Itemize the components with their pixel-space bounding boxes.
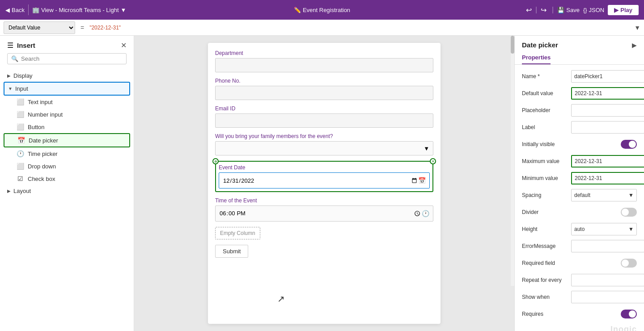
height-value: auto [574,226,585,232]
name-input[interactable] [571,70,644,83]
formula-chevron-icon: ▼ [634,24,640,31]
display-section-header[interactable]: ▶ Display [4,70,130,82]
teams-icon: 🏢 [32,7,39,13]
phone-input[interactable] [215,86,433,100]
top-bar-right: ↩ | ↪ | 💾 Save {} JSON ▶ Play [524,5,639,15]
initially-visible-label: Initially visible [522,141,571,147]
sidebar-item-drop-down[interactable]: ⬜ Drop down [4,160,130,172]
divider-toggle-knob [622,209,629,216]
sidebar-title: Insert [17,42,35,49]
tab-properties[interactable]: Properties [522,51,551,64]
sidebar-section-input: ▼ Input ⬜ Text input ⬜ Number input ⬜ Bu… [0,82,134,185]
check-box-icon: ☑ [16,175,24,183]
repeat-every-input[interactable] [571,274,644,286]
prop-row-name: Name * [522,70,637,83]
panel-title: Date picker [522,41,558,49]
sidebar-section-layout: ▶ Layout [0,185,134,197]
drop-down-icon: ⬜ [16,162,24,170]
curly-icon: {} [583,7,587,13]
input-section-header[interactable]: ▼ Input [4,82,130,96]
required-field-label: Required field [522,260,571,266]
error-message-input[interactable] [571,240,644,252]
prop-row-show-when: Show when [522,291,637,303]
placeholder-input[interactable] [571,104,644,117]
height-select[interactable]: auto ▼ [571,223,637,235]
error-message-label: ErrorMessage [522,243,571,249]
close-button[interactable]: ✕ [121,41,127,50]
required-toggle-knob [622,260,629,267]
spacing-select[interactable]: default ▼ [571,189,637,201]
sidebar-item-date-picker[interactable]: 📅 Date picker [4,133,130,147]
divider [28,4,29,15]
back-button[interactable]: ◀ Back [5,7,25,13]
json-label: JSON [589,7,605,13]
required-field-toggle[interactable] [621,259,637,268]
top-bar-center: ✏️ Event Registration [294,7,350,13]
prop-row-repeat-every: Repeat for every [522,274,637,286]
email-field: Email ID [215,105,433,128]
search-input[interactable] [21,55,123,62]
layout-section-header[interactable]: ▶ Layout [4,185,130,197]
sidebar-item-number-input[interactable]: ⬜ Number input [4,108,130,121]
minimum-value-input[interactable] [571,172,644,184]
placeholder-label: Placeholder [522,107,571,113]
json-button[interactable]: {} JSON [583,7,604,13]
view-button[interactable]: 🏢 View - Microsoft Teams - Light ▼ [32,7,127,13]
family-dropdown[interactable]: ▼ [215,141,433,155]
default-value-input[interactable] [571,87,644,100]
time-field: Time of the Event 🕐 [215,197,433,222]
button-icon: ⬜ [16,123,24,131]
prop-row-divider: Divider [522,206,637,218]
event-date-close-button[interactable]: ✕ [430,158,436,164]
display-chevron-icon: ▶ [7,73,11,78]
sidebar-item-time-picker[interactable]: 🕐 Time picker [4,147,130,160]
spacing-chevron-icon: ▼ [628,192,634,198]
pencil-icon: ✏️ [294,7,301,13]
formula-select[interactable]: Default Value [4,21,75,34]
spacing-value: default [574,192,590,198]
department-field: Department [215,50,433,72]
height-chevron-icon: ▼ [628,226,634,232]
requires-toggle[interactable] [621,310,637,318]
text-input-label: Text input [28,99,53,105]
save-button[interactable]: 💾 Save [557,7,580,13]
spacing-label: Spacing [522,192,571,198]
department-label: Department [215,50,433,56]
show-when-input[interactable] [571,291,644,303]
family-question-label: Will you bring your family members for t… [215,133,433,139]
time-input-row: 🕐 [215,205,433,222]
event-date-move-handle[interactable]: ⊕ [212,158,219,164]
submit-button[interactable]: Submit [215,245,248,258]
sidebar-item-check-box[interactable]: ☑ Check box [4,172,130,185]
label-label: Label [522,124,571,130]
event-registration-label: Event Registration [303,7,350,13]
time-input[interactable] [219,209,422,218]
email-input[interactable] [215,113,433,128]
submit-label: Submit [223,248,241,255]
divider-toggle[interactable] [621,208,637,217]
department-input[interactable] [215,58,433,72]
sidebar-item-text-input[interactable]: ⬜ Text input [4,96,130,108]
input-label: Input [15,85,28,92]
back-label: Back [12,7,25,13]
initially-visible-toggle[interactable] [621,140,637,149]
divider-label: Divider [522,209,571,215]
formula-input[interactable] [89,21,631,34]
sidebar-item-button[interactable]: ⬜ Button [4,121,130,133]
name-label: Name * [522,73,571,80]
undo-button[interactable]: ↩ [524,5,534,15]
calendar-icon: 📅 [418,177,426,184]
height-label: Height [522,226,571,232]
prop-row-minimum-value: Minimum value [522,172,637,184]
undo-redo-group: ↩ | ↪ [524,5,548,15]
maximum-value-input[interactable] [571,155,644,168]
play-button[interactable]: ▶ Play [608,5,639,15]
label-input[interactable] [571,121,644,134]
redo-button[interactable]: ↪ [539,5,548,15]
prop-row-label: Label [522,121,637,134]
panel-expand-icon[interactable]: ▶ [632,42,637,49]
save-label: Save [566,7,580,13]
event-date-input[interactable] [223,177,418,184]
top-bar-left: ◀ Back 🏢 View - Microsoft Teams - Light … [5,4,126,15]
phone-label: Phone No. [215,78,433,84]
